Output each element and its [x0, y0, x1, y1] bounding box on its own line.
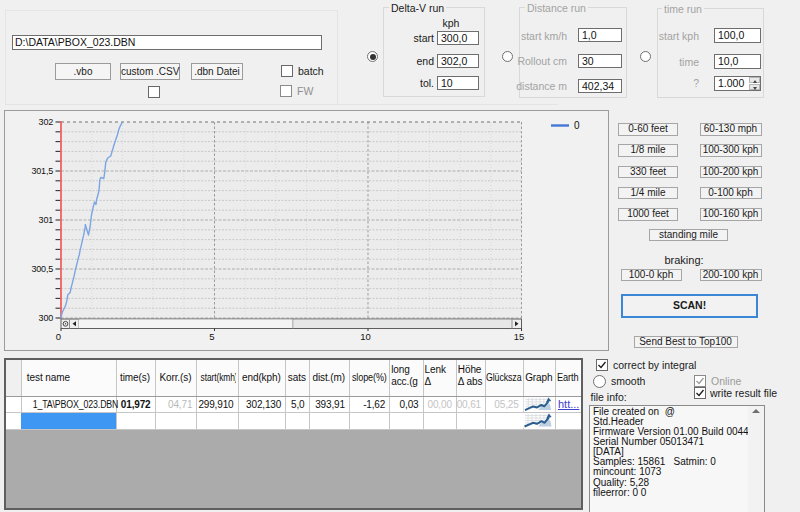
svg-text:300: 300: [39, 313, 54, 323]
svg-text:15: 15: [514, 331, 525, 342]
svg-text:301: 301: [39, 215, 54, 225]
svg-text:0: 0: [56, 331, 61, 342]
svg-text:10: 10: [360, 331, 371, 342]
svg-text:302: 302: [39, 117, 54, 127]
svg-text:5: 5: [209, 331, 214, 342]
svg-text:300,5: 300,5: [31, 264, 53, 274]
svg-text:301,5: 301,5: [31, 166, 53, 176]
svg-text:0: 0: [574, 120, 580, 131]
